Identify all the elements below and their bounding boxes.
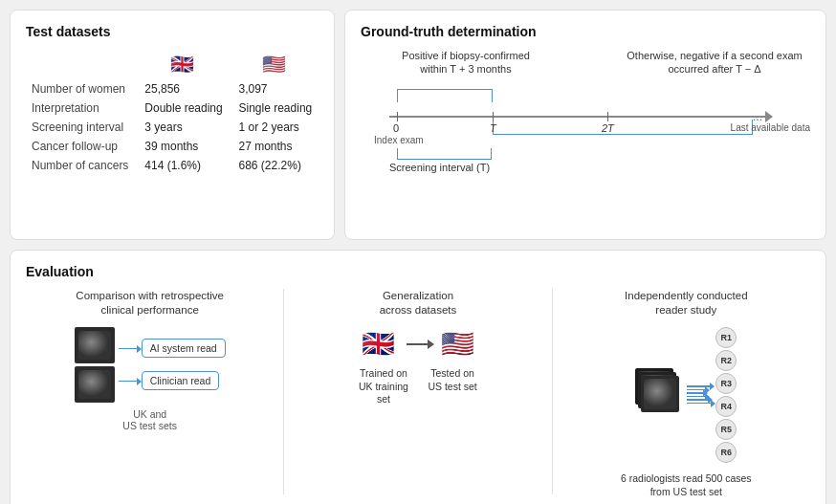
clinician-read-box: Clinician read [142, 371, 220, 390]
tested-label: Tested on US test set [424, 367, 481, 406]
row-uk-value: 414 (1.6%) [135, 156, 229, 175]
biopsy-label: Positive if biopsy-confirmed within T + … [389, 49, 542, 77]
tick-t [493, 112, 494, 121]
gen-uk-flag: 🇬🇧 [362, 331, 395, 358]
ai-flow-arrow: AI system read [119, 339, 226, 358]
gen-labels: Trained on UK training set Tested on US … [355, 367, 481, 406]
bottom-row: Evaluation Comparison with retrospective… [10, 250, 826, 504]
row-uk-value: Double reading [135, 99, 229, 118]
row-us-value: Single reading [230, 99, 319, 118]
trained-label: Trained on UK training set [355, 367, 412, 406]
reader-arrow-6 [687, 403, 712, 405]
arrows-column: AI system read Clinician read [119, 339, 226, 390]
label-0: 0 [393, 122, 399, 134]
scan-stack [75, 327, 115, 403]
row-label: Number of cancers [26, 156, 135, 175]
label-t: T [490, 122, 496, 134]
scan-image-top [75, 327, 115, 363]
table-row: Number of women25,8563,097 [26, 79, 319, 99]
reader-circle-r3: R3 [715, 373, 737, 394]
row-label: Number of women [26, 79, 135, 99]
row-label: Cancer follow-up [26, 137, 135, 156]
brace-t3 [397, 89, 493, 102]
clinician-arrow-line [119, 381, 138, 383]
reader-circles: R1R2R3R4R5R6 [715, 327, 737, 463]
otherwise-label: Otherwise, negative if a second exam occ… [624, 49, 805, 77]
reader-arrow-4 [687, 396, 706, 398]
top-row: Test datasets 🇬🇧 🇺🇸 Number of women25,85… [10, 10, 826, 240]
reader-circle-r5: R5 [715, 419, 737, 440]
reader-circle-r6: R6 [715, 442, 737, 463]
us-flag: 🇺🇸 [230, 49, 319, 79]
row-uk-value: 39 months [135, 137, 229, 156]
reader-diagram: R1R2R3R4R5R6 [635, 327, 737, 463]
uk-flag: 🇬🇧 [135, 49, 229, 79]
divider-2 [552, 289, 553, 494]
index-exam-label: Index exam [374, 135, 424, 145]
gen-us-flag: 🇺🇸 [441, 331, 474, 358]
datasets-table: 🇬🇧 🇺🇸 Number of women25,8563,097Interpre… [26, 49, 319, 175]
table-row: Number of cancers414 (1.6%)686 (22.2%) [26, 156, 319, 175]
ai-read-box: AI system read [142, 339, 226, 358]
arrow-head [765, 111, 773, 122]
row-uk-value: 25,856 [135, 79, 229, 99]
reader-bottom-text: 6 radiologists read 500 cases from US te… [621, 472, 752, 498]
reader-circle-r2: R2 [715, 350, 737, 371]
eval-section-reader: Independently conducted reader study [562, 289, 810, 494]
row-label: Interpretation [26, 99, 135, 118]
row-us-value: 27 months [230, 137, 319, 156]
evaluation-card: Evaluation Comparison with retrospective… [10, 250, 826, 504]
eval-sections: Comparison with retrospective clinical p… [26, 289, 810, 494]
screening-interval-label: Screening interval (T) [389, 162, 490, 173]
ai-arrow-line [119, 348, 138, 350]
evaluation-title: Evaluation [26, 264, 810, 279]
row-us-value: 686 (22.2%) [230, 156, 319, 175]
row-us-value: 3,097 [230, 79, 319, 99]
reader-arrows [687, 385, 712, 404]
label-2t: 2T [602, 122, 614, 134]
gen-diagram: 🇬🇧 🇺🇸 [362, 331, 474, 358]
row-label: Screening interval [26, 118, 135, 137]
brace-delta [493, 120, 753, 135]
main-timeline-line [389, 116, 767, 118]
clinical-title: Comparison with retrospective clinical p… [76, 289, 224, 318]
screening-interval-brace [397, 148, 492, 160]
divider-1 [283, 289, 284, 494]
clinical-diagram: AI system read Clinician read [75, 327, 226, 403]
reader-scans [635, 368, 683, 421]
reader-arrow-3 [687, 392, 704, 394]
row-uk-value: 3 years [135, 118, 229, 137]
main-container: Test datasets 🇬🇧 🇺🇸 Number of women25,85… [0, 0, 836, 504]
test-datasets-card: Test datasets 🇬🇧 🇺🇸 Number of women25,85… [10, 10, 335, 240]
eval-section-clinical: Comparison with retrospective clinical p… [26, 289, 274, 494]
scan-image-bottom [75, 366, 115, 403]
test-datasets-title: Test datasets [26, 24, 319, 39]
timeline-container: Positive if biopsy-confirmed within T + … [361, 49, 810, 226]
eval-section-generalization: Generalization across datasets 🇬🇧 🇺🇸 Tra… [294, 289, 541, 494]
scan-layer-3 [641, 376, 679, 412]
gen-title: Generalization across datasets [380, 289, 457, 318]
row-us-value: 1 or 2 years [230, 118, 319, 137]
uk-us-label: UK and US test sets [122, 408, 177, 431]
table-row: Cancer follow-up39 months27 months [26, 137, 319, 156]
gen-arrow [407, 343, 429, 345]
clinician-flow-arrow: Clinician read [119, 371, 220, 390]
reader-circle-r1: R1 [715, 327, 737, 348]
tick-0 [397, 112, 398, 121]
timeline-dots: ... [753, 110, 762, 123]
reader-circle-r4: R4 [715, 396, 737, 417]
table-row: InterpretationDouble readingSingle readi… [26, 99, 319, 118]
reader-arrow-5 [687, 399, 709, 401]
reader-title: Independently conducted reader study [625, 289, 748, 318]
last-data-label: Last available data [731, 122, 810, 133]
ground-truth-title: Ground-truth determination [361, 24, 810, 39]
table-row: Screening interval3 years1 or 2 years [26, 118, 319, 137]
ground-truth-card: Ground-truth determination Positive if b… [344, 10, 826, 240]
tick-2t [607, 112, 608, 121]
